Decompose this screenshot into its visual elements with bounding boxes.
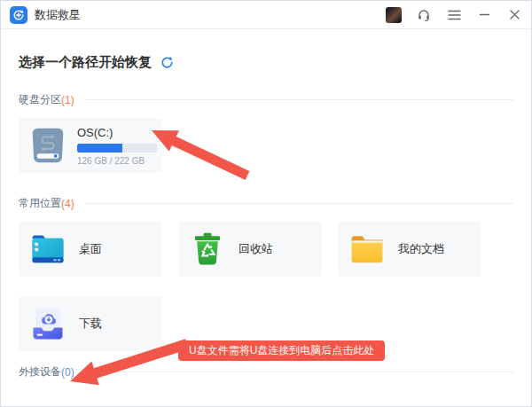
location-card-my-documents[interactable]: 我的文档	[338, 222, 481, 277]
refresh-icon[interactable]	[160, 56, 174, 69]
section-common-locations: 常用位置(4)	[19, 196, 513, 211]
location-card-desktop[interactable]: 桌面	[19, 222, 162, 277]
usb-hint-tooltip: U盘文件需将U盘连接到电脑后点击此处	[178, 340, 385, 361]
desktop-folder-icon	[27, 229, 68, 270]
drive-card-os-c[interactable]: OS(C:) 126 GB / 222 GB	[19, 118, 162, 173]
section-label: 常用位置	[19, 196, 61, 211]
drive-usage-fill	[77, 144, 122, 153]
app-title: 数据救星	[35, 7, 81, 23]
documents-folder-icon	[347, 229, 387, 270]
menu-hamburger-icon[interactable]	[446, 7, 462, 23]
divider	[85, 99, 513, 100]
drive-usage-bar	[77, 144, 157, 153]
section-label: 硬盘分区	[19, 92, 61, 107]
location-label: 我的文档	[398, 241, 444, 257]
support-headset-icon[interactable]	[416, 7, 432, 23]
location-label: 桌面	[79, 241, 102, 257]
page-title: 选择一个路径开始恢复	[19, 54, 152, 71]
section-count: (4)	[61, 198, 74, 210]
recycle-bin-icon	[187, 229, 228, 270]
main-content: 选择一个路径开始恢复 硬盘分区(1)	[1, 54, 531, 351]
location-card-recycle-bin[interactable]: 回收站	[178, 222, 322, 277]
location-card-downloads[interactable]: 下载	[19, 296, 162, 351]
section-label: 外接设备	[19, 364, 61, 380]
section-count: (0)	[61, 366, 74, 379]
divider	[85, 203, 513, 204]
section-external-devices: 外接设备(0)	[19, 364, 513, 380]
drive-usage-text: 126 GB / 222 GB	[77, 156, 157, 166]
minimize-button[interactable]	[476, 7, 492, 23]
location-label: 下载	[79, 316, 102, 332]
location-label: 回收站	[239, 241, 273, 257]
divider	[85, 372, 513, 372]
section-count: (1)	[61, 94, 74, 106]
drive-name: OS(C:)	[77, 126, 157, 139]
titlebar: 数据救星	[1, 1, 531, 29]
section-disk-partitions: 硬盘分区(1)	[19, 92, 513, 107]
user-avatar[interactable]	[386, 7, 402, 23]
close-button[interactable]	[506, 7, 522, 23]
hard-drive-icon	[27, 125, 68, 166]
app-logo-icon	[10, 6, 27, 24]
downloads-icon	[27, 303, 68, 344]
